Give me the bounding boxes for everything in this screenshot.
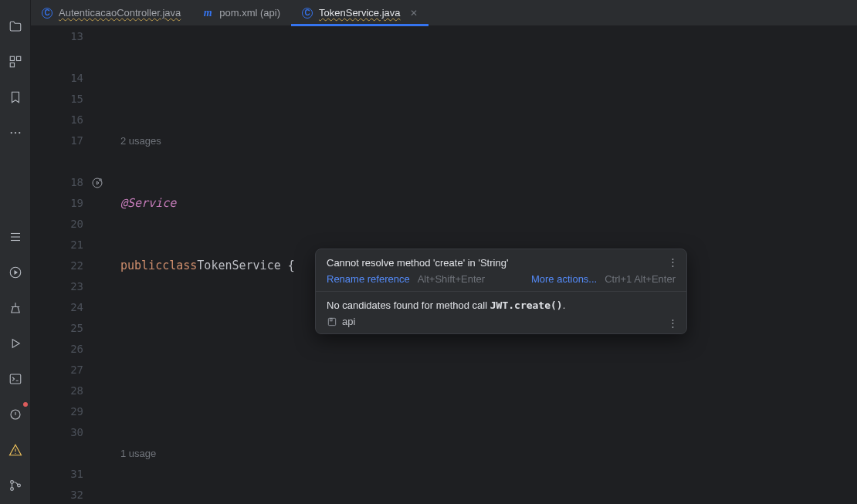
svg-rect-12 — [10, 374, 21, 384]
usage-hint[interactable]: 1 usage — [120, 443, 156, 464]
bookmark-icon[interactable] — [5, 86, 26, 108]
run-icon[interactable] — [5, 333, 26, 354]
java-icon: C — [302, 8, 313, 19]
tab-pom[interactable]: m pom.xml (api) — [191, 0, 291, 25]
svg-marker-11 — [12, 340, 19, 348]
svg-point-16 — [10, 481, 13, 484]
svg-rect-1 — [16, 56, 20, 60]
tab-label: TokenService.java — [319, 7, 401, 19]
java-icon: C — [42, 8, 53, 19]
project-icon[interactable] — [5, 15, 26, 37]
error-popup: ⋮ Cannot resolve method 'create' in 'Str… — [315, 249, 687, 334]
problems-icon[interactable] — [5, 439, 26, 461]
svg-rect-2 — [10, 63, 14, 67]
services-icon[interactable] — [5, 262, 26, 283]
todo-icon[interactable] — [5, 226, 26, 248]
build-icon[interactable] — [5, 297, 26, 319]
editor-tabs: C AutenticacaoController.java m pom.xml … — [31, 0, 857, 26]
svg-point-17 — [10, 488, 13, 491]
tab-label: AutenticacaoController.java — [59, 7, 181, 19]
terminal-icon[interactable] — [5, 368, 26, 390]
close-icon[interactable]: ✕ — [410, 8, 418, 19]
vcs-icon[interactable] — [5, 475, 26, 496]
svg-rect-0 — [10, 56, 14, 60]
shortcut-hint: Alt+Shift+Enter — [418, 273, 485, 285]
svg-point-5 — [19, 132, 20, 134]
rename-reference-link[interactable]: Rename reference — [327, 273, 410, 285]
svg-point-3 — [10, 132, 12, 134]
line-gutter: 13 14 15 16 17 18 19 20 21 22 23 24 25 2… — [31, 26, 99, 504]
tab-autenticacao[interactable]: C AutenticacaoController.java — [31, 0, 191, 25]
svg-point-4 — [14, 132, 15, 134]
popup-menu-icon[interactable]: ⋮ — [665, 254, 680, 269]
popup-menu-icon[interactable]: ⋮ — [665, 315, 680, 330]
svg-rect-21 — [330, 318, 332, 321]
popup-context[interactable]: api — [327, 316, 676, 327]
more-icon[interactable] — [5, 122, 26, 144]
tab-tokenservice[interactable]: C TokenService.java ✕ — [291, 0, 428, 25]
popup-title: Cannot resolve method 'create' in 'Strin… — [327, 257, 676, 269]
structure-icon[interactable] — [5, 51, 26, 73]
maven-icon: m — [202, 8, 213, 19]
tool-rail — [0, 0, 31, 504]
svg-point-15 — [15, 453, 15, 454]
shortcut-hint: Ctrl+1 Alt+Enter — [605, 273, 676, 285]
more-actions-link[interactable]: More actions... — [531, 273, 597, 285]
module-icon — [327, 316, 337, 327]
usages-hint[interactable]: 2 usages — [120, 130, 161, 151]
notifications-icon[interactable] — [5, 404, 26, 425]
svg-marker-9 — [14, 270, 18, 275]
popup-message: No candidates found for method call JWT.… — [327, 299, 676, 311]
tab-label: pom.xml (api) — [219, 7, 280, 19]
